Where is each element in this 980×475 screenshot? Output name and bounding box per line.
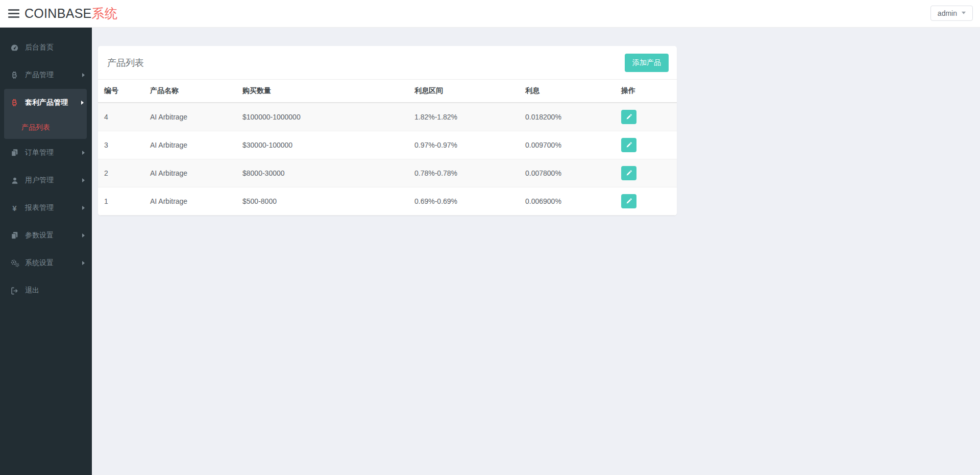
add-product-button[interactable]: 添加产品 xyxy=(625,54,669,72)
brand-primary-text: COINBASE xyxy=(24,6,92,20)
brand-logo: COINBASE系统 xyxy=(24,5,117,22)
sidebar-item-label: 订单管理 xyxy=(25,148,82,157)
sidebar-subitem-product-list[interactable]: 产品列表 xyxy=(4,116,87,139)
chevron-right-icon xyxy=(82,261,85,265)
chevron-right-icon xyxy=(81,101,84,105)
sidebar-item-product-manage[interactable]: 产品管理 xyxy=(0,61,92,89)
chevron-right-icon xyxy=(82,73,85,77)
sidebar-item-order-manage[interactable]: 订单管理 xyxy=(0,139,92,167)
column-header: 操作 xyxy=(615,80,677,103)
cell-id: 3 xyxy=(98,131,144,159)
cell-interest: 0.018200% xyxy=(519,103,615,131)
sidebar-item-label: 套利产品管理 xyxy=(25,98,81,107)
table-row: 3 AI Arbitrage $30000-100000 0.97%-0.97%… xyxy=(98,131,677,159)
yen-icon: ¥ xyxy=(10,204,19,212)
cell-product-name: AI Arbitrage xyxy=(144,103,236,131)
card-header: 产品列表 添加产品 xyxy=(98,46,677,79)
product-table: 编号产品名称购买数量利息区间利息操作 4 AI Arbitrage $10000… xyxy=(98,79,677,216)
logout-icon xyxy=(10,287,19,295)
sidebar-item-label: 系统设置 xyxy=(25,258,82,268)
sidebar-item-label: 后台首页 xyxy=(25,43,85,52)
cell-interest: 0.007800% xyxy=(519,159,615,187)
column-header: 利息 xyxy=(519,80,615,103)
cell-actions xyxy=(615,103,677,131)
cell-purchase-amount: $500-8000 xyxy=(236,187,408,216)
bitcoin-icon xyxy=(10,71,19,79)
main-content: 产品列表 添加产品 编号产品名称购买数量利息区间利息操作 4 AI Arbitr… xyxy=(92,28,980,475)
cell-id: 2 xyxy=(98,159,144,187)
pencil-icon xyxy=(625,141,632,149)
user-dropdown[interactable]: admin xyxy=(930,5,973,20)
sidebar-item-system-settings[interactable]: 系统设置 xyxy=(0,249,92,277)
edit-button[interactable] xyxy=(621,110,636,124)
pencil-icon xyxy=(625,170,632,177)
cell-product-name: AI Arbitrage xyxy=(144,159,236,187)
sidebar-item-label: 产品管理 xyxy=(25,70,82,80)
sidebar-item-label: 退出 xyxy=(25,286,85,295)
cell-interest-range: 0.78%-0.78% xyxy=(408,159,519,187)
chevron-right-icon xyxy=(82,151,85,155)
sidebar: 后台首页产品管理套利产品管理产品列表订单管理用户管理¥报表管理参数设置系统设置退… xyxy=(0,28,92,475)
gears-icon xyxy=(10,259,19,267)
pencil-icon xyxy=(625,113,632,121)
cell-id: 1 xyxy=(98,187,144,216)
cell-id: 4 xyxy=(98,103,144,131)
hamburger-menu-icon[interactable] xyxy=(8,7,19,20)
product-list-card: 产品列表 添加产品 编号产品名称购买数量利息区间利息操作 4 AI Arbitr… xyxy=(98,46,677,216)
cell-interest-range: 1.82%-1.82% xyxy=(408,103,519,131)
column-header: 编号 xyxy=(98,80,144,103)
user-dropdown-label: admin xyxy=(938,9,957,17)
sidebar-item-param-settings[interactable]: 参数设置 xyxy=(0,222,92,249)
cell-product-name: AI Arbitrage xyxy=(144,187,236,216)
chevron-right-icon xyxy=(82,233,85,238)
cell-purchase-amount: $30000-100000 xyxy=(236,131,408,159)
table-row: 4 AI Arbitrage $100000-1000000 1.82%-1.8… xyxy=(98,103,677,131)
top-header: COINBASE系统 admin xyxy=(0,0,980,28)
page-title: 产品列表 xyxy=(107,57,144,69)
edit-button[interactable] xyxy=(621,194,636,208)
copy-icon xyxy=(10,231,19,240)
cell-purchase-amount: $8000-30000 xyxy=(236,159,408,187)
chevron-right-icon xyxy=(82,178,85,182)
sidebar-item-label: 参数设置 xyxy=(25,231,82,240)
cell-actions xyxy=(615,131,677,159)
sidebar-active-group: 套利产品管理产品列表 xyxy=(4,89,87,139)
sidebar-item-label: 报表管理 xyxy=(25,203,82,212)
table-header-row: 编号产品名称购买数量利息区间利息操作 xyxy=(98,80,677,103)
sidebar-item-label: 用户管理 xyxy=(25,176,82,185)
sidebar-item-report-manage[interactable]: ¥报表管理 xyxy=(0,194,92,222)
sidebar-item-dashboard[interactable]: 后台首页 xyxy=(0,34,92,61)
bitcoin-icon xyxy=(10,99,19,107)
cell-actions xyxy=(615,187,677,216)
user-icon xyxy=(10,177,19,184)
pencil-icon xyxy=(625,198,632,205)
column-header: 利息区间 xyxy=(408,80,519,103)
sidebar-item-arbitrage-product-manage[interactable]: 套利产品管理 xyxy=(4,89,87,116)
copy-icon xyxy=(10,149,19,157)
cell-interest-range: 0.97%-0.97% xyxy=(408,131,519,159)
column-header: 购买数量 xyxy=(236,80,408,103)
sidebar-menu: 后台首页产品管理套利产品管理产品列表订单管理用户管理¥报表管理参数设置系统设置退… xyxy=(0,34,92,304)
cell-interest: 0.006900% xyxy=(519,187,615,216)
dashboard-icon xyxy=(10,44,19,52)
cell-purchase-amount: $100000-1000000 xyxy=(236,103,408,131)
cell-interest-range: 0.69%-0.69% xyxy=(408,187,519,216)
brand-accent-text: 系统 xyxy=(92,6,118,20)
cell-actions xyxy=(615,159,677,187)
table-row: 1 AI Arbitrage $500-8000 0.69%-0.69% 0.0… xyxy=(98,187,677,216)
chevron-right-icon xyxy=(82,206,85,210)
table-row: 2 AI Arbitrage $8000-30000 0.78%-0.78% 0… xyxy=(98,159,677,187)
cell-product-name: AI Arbitrage xyxy=(144,131,236,159)
edit-button[interactable] xyxy=(621,166,636,180)
sidebar-item-logout[interactable]: 退出 xyxy=(0,277,92,304)
sidebar-item-user-manage[interactable]: 用户管理 xyxy=(0,167,92,194)
cell-interest: 0.009700% xyxy=(519,131,615,159)
edit-button[interactable] xyxy=(621,138,636,152)
column-header: 产品名称 xyxy=(144,80,236,103)
caret-down-icon xyxy=(962,12,966,14)
